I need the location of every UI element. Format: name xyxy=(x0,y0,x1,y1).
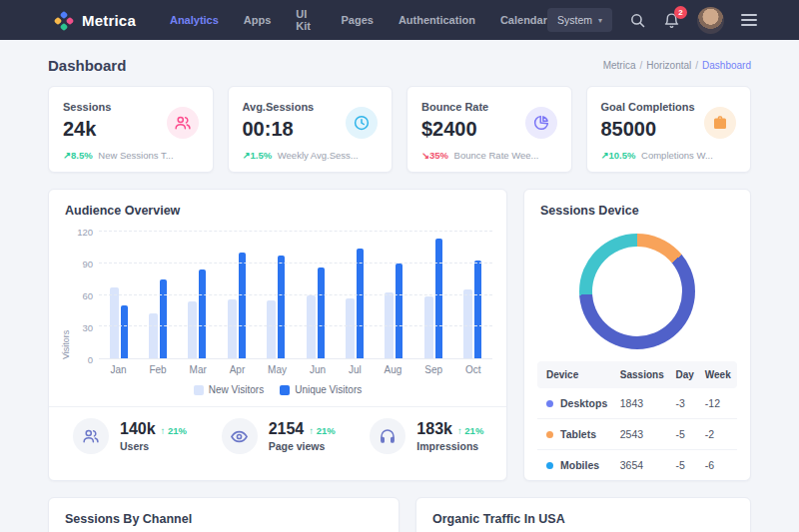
y-tick-label: 90 xyxy=(82,259,93,269)
stat-description: ↗8.5% New Sessions T... xyxy=(63,150,199,161)
new-visitors-bar[interactable] xyxy=(188,301,197,358)
table-row-desktops: Desktops1843-3-12 xyxy=(537,388,737,419)
nav-item-apps[interactable]: Apps xyxy=(244,14,272,26)
x-tick-label: Mar xyxy=(190,364,207,375)
nav-item-analytics[interactable]: Analytics xyxy=(170,14,219,26)
chevron-down-icon: ▾ xyxy=(598,16,602,25)
bar-group-jan xyxy=(110,232,128,358)
y-tick-label: 120 xyxy=(77,227,93,238)
stat-label: Avg.Sessions xyxy=(243,99,315,113)
navbar-right: System ▾ 2 xyxy=(547,7,757,34)
legend-unique-visitors[interactable]: Unique Visitors xyxy=(280,384,362,395)
nav-item-ui-kit[interactable]: UI Kit xyxy=(296,8,316,32)
unique-visitors-bar[interactable] xyxy=(396,264,402,358)
new-visitors-bar[interactable] xyxy=(228,299,237,358)
unique-visitors-bar[interactable] xyxy=(278,256,285,358)
stat-value: $2400 xyxy=(421,118,488,141)
top-navbar: Metrica AnalyticsAppsUI KitPagesAuthenti… xyxy=(0,0,799,40)
y-axis-ticks: 0306090120 xyxy=(72,232,99,359)
x-tick-label: Sep xyxy=(424,364,442,375)
nav-item-authentication[interactable]: Authentication xyxy=(399,14,475,26)
breadcrumb-link-dashboard[interactable]: Dashboard xyxy=(702,60,751,71)
legend-new-visitors[interactable]: New Visitors xyxy=(194,384,264,395)
bar-group-aug xyxy=(385,232,402,358)
bar-group-jul xyxy=(346,232,364,358)
search-button[interactable] xyxy=(629,12,646,29)
metrica-logo-icon xyxy=(55,11,74,30)
audience-overview-card: Audience Overview Visitors 0306090120 Ja… xyxy=(48,189,507,481)
unique-visitors-bar[interactable] xyxy=(357,249,364,358)
unique-visitors-bar[interactable] xyxy=(474,261,481,358)
new-visitors-bar[interactable] xyxy=(110,287,119,358)
clock-icon xyxy=(346,107,378,139)
stat-card-sessions: Sessions24k↗8.5% New Sessions T... xyxy=(48,86,214,173)
users-icon xyxy=(73,418,109,454)
x-axis-labels: JanFebMarAprMayJunJulAugSepOct xyxy=(99,364,492,375)
bar-group-mar xyxy=(188,232,206,358)
page-title: Dashboard xyxy=(48,57,126,74)
new-visitors-bar[interactable] xyxy=(267,300,276,358)
device-table-header: DeviceSassionsDayWeek xyxy=(537,361,737,388)
audience-overview-title: Audience Overview xyxy=(49,190,506,218)
y-tick-label: 30 xyxy=(82,322,93,333)
search-icon xyxy=(629,12,646,29)
unique-visitors-bar[interactable] xyxy=(160,279,167,358)
device-col-device: Device xyxy=(537,361,615,388)
device-table-body: Desktops1843-3-12Tablets2543-5-2Mobiles3… xyxy=(537,388,737,480)
breadcrumb-link-metrica[interactable]: Metrica xyxy=(603,60,636,71)
audience-stats: 140k↑ 21%Users2154↑ 21%Page views183k↑ 2… xyxy=(49,406,506,466)
pie-chart-icon xyxy=(525,107,557,139)
stat-description: ↗10.5% Completions W... xyxy=(601,150,737,161)
device-col-sassions: Sassions xyxy=(615,361,671,388)
stat-label: Sessions xyxy=(63,99,111,113)
user-avatar[interactable] xyxy=(697,7,724,34)
new-visitors-bar[interactable] xyxy=(463,289,472,358)
breadcrumb-link-horizontal[interactable]: Horizontal xyxy=(646,60,691,71)
menu-toggle-button[interactable] xyxy=(741,14,757,26)
sessions-device-card: Sessions Device DeviceSassionsDayWeek De… xyxy=(523,189,751,481)
y-axis-label: Visitors xyxy=(59,232,72,359)
notification-badge: 2 xyxy=(674,6,687,19)
x-tick-label: Apr xyxy=(230,364,246,375)
system-dropdown[interactable]: System ▾ xyxy=(547,8,612,32)
unique-visitors-bar[interactable] xyxy=(121,305,128,358)
y-tick-label: 0 xyxy=(88,354,93,365)
audience-stat-impressions: 183k↑ 21%Impressions xyxy=(352,418,500,454)
table-row-mobiles: Mobiles3654-5-6 xyxy=(537,450,737,481)
new-visitors-bar[interactable] xyxy=(307,295,316,359)
sessions-by-channel-title: Sessions By Channel xyxy=(49,498,399,526)
bar-group-oct xyxy=(463,232,481,358)
brand[interactable]: Metrica xyxy=(55,11,136,30)
organic-traffic-title: Organic Traffic In USA xyxy=(416,498,750,526)
stat-value: 24k xyxy=(63,118,111,141)
nav-item-pages[interactable]: Pages xyxy=(341,14,373,26)
bar-chart-bars xyxy=(99,232,492,358)
y-tick-label: 60 xyxy=(82,290,93,301)
audience-bar-chart: Visitors 0306090120 xyxy=(59,232,492,359)
device-col-day: Day xyxy=(671,361,700,388)
notifications-button[interactable]: 2 xyxy=(663,12,680,29)
unique-visitors-bar[interactable] xyxy=(435,239,442,358)
audience-stat-users: 140k↑ 21%Users xyxy=(55,418,204,454)
nav-item-calendar[interactable]: Calendar xyxy=(500,14,547,26)
x-tick-label: Jun xyxy=(310,364,326,375)
stat-card-avg-sessions: Avg.Sessions00:18↗1.5% Weekly Avg.Sess..… xyxy=(228,86,394,173)
stat-value: 00:18 xyxy=(243,118,315,141)
unique-visitors-bar[interactable] xyxy=(239,253,246,358)
stat-value: 85000 xyxy=(601,118,695,141)
system-dropdown-label: System xyxy=(557,14,592,26)
unique-visitors-bar[interactable] xyxy=(199,269,206,358)
sessions-by-channel-card: Sessions By Channel Organic SearchSocial… xyxy=(48,497,400,532)
gridline xyxy=(99,263,492,264)
page-header: Dashboard Metrica/Horizontal/Dashboard xyxy=(0,40,799,86)
x-tick-label: Jul xyxy=(349,364,362,375)
bar-group-sep xyxy=(424,232,442,358)
stat-description: ↘35% Bounce Rate Wee... xyxy=(421,150,557,161)
new-visitors-bar[interactable] xyxy=(346,298,355,358)
nav-menu: AnalyticsAppsUI KitPagesAuthenticationCa… xyxy=(170,8,547,32)
sessions-device-donut-chart xyxy=(579,234,695,349)
unique-visitors-bar[interactable] xyxy=(318,267,325,358)
new-visitors-bar[interactable] xyxy=(424,296,433,358)
breadcrumb-separator: / xyxy=(639,60,642,71)
new-visitors-bar[interactable] xyxy=(149,313,158,359)
